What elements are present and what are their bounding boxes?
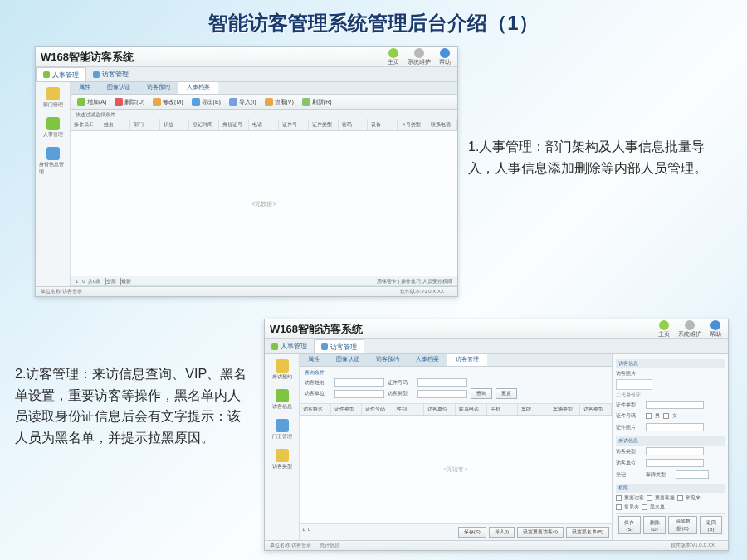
app-title: W168智能访客系统 (270, 322, 363, 337)
chk-freq-in[interactable] (677, 495, 683, 501)
subtab-resv[interactable]: 访客预约 (368, 354, 408, 366)
home-button[interactable]: 主页 (657, 320, 671, 338)
grid-body[interactable]: <无访客> (300, 416, 612, 523)
back-button-r[interactable]: 返回(B) (700, 516, 722, 534)
view-button[interactable]: 查看(V) (261, 97, 297, 107)
add-button[interactable]: 增加(A) (74, 97, 110, 107)
help-icon (710, 320, 720, 330)
tab-hr[interactable]: 人事管理 (36, 67, 86, 81)
col-dev[interactable]: 设备 (368, 119, 398, 130)
col-vid[interactable]: 证件号码 (362, 404, 393, 415)
help-button[interactable]: 帮助 (437, 48, 452, 66)
input-idno[interactable] (417, 378, 467, 387)
status-org: 单位名称·访客登录 (41, 288, 82, 295)
input-vtype[interactable] (646, 447, 704, 455)
visitor-icon (93, 71, 100, 78)
radio-male[interactable] (646, 413, 652, 419)
sidebar-item-id[interactable]: 身份信息管理 (37, 145, 68, 178)
label-cert-photo: 证件照片 (616, 424, 642, 431)
import-button[interactable]: 导入(I) (489, 527, 515, 538)
input-org[interactable] (334, 390, 384, 398)
chk-blacklist[interactable] (642, 504, 647, 510)
delete-button-r[interactable]: 删除(D) (643, 516, 666, 534)
tab-visitor[interactable]: 访客管理 (314, 339, 364, 353)
modify-button[interactable]: 修改(M) (149, 97, 187, 107)
set-blacklist-button[interactable]: 设置黑名单(B) (566, 527, 609, 538)
input-type[interactable] (417, 390, 467, 398)
refresh-button[interactable]: 刷新(R) (299, 97, 335, 107)
delete-button[interactable]: 删除(D) (111, 97, 148, 107)
sidebar-item-resv[interactable]: 来访预约 (266, 358, 297, 382)
tab-visitor[interactable]: 访客管理 (86, 67, 135, 81)
dept-icon (46, 87, 60, 100)
section-visit: 来访信息 (616, 436, 725, 446)
chk-freq-out[interactable] (616, 504, 622, 510)
col-certtype[interactable]: 证件类型 (309, 119, 339, 130)
col-car[interactable]: 车辆类型 (549, 404, 581, 415)
col-vorg[interactable]: 访客单位 (424, 404, 456, 415)
subtab-attr[interactable]: 属性 (71, 82, 99, 94)
reset-button[interactable]: 重置 (496, 388, 517, 399)
grid-header: 访客姓名 证件类型 证件号码 性别 访客单位 联系电话 手机 车牌 车辆类型 访… (300, 404, 612, 416)
chk-vipcs[interactable] (647, 495, 652, 501)
col-card[interactable]: 卡号类型 (398, 119, 427, 130)
col-tel[interactable]: 联系电话 (427, 119, 457, 130)
col-sex[interactable]: 性别 (393, 404, 425, 415)
input-name[interactable] (334, 378, 384, 387)
import-button[interactable]: 导入(I) (226, 97, 260, 107)
pager: 1 0 (302, 527, 310, 538)
save-button[interactable]: 保存(S) (458, 527, 486, 538)
col-plate[interactable]: 车牌 (518, 404, 549, 415)
home-button[interactable]: 主页 (386, 48, 401, 66)
sidebar-item-hr[interactable]: 人事管理 (37, 115, 68, 140)
grid-body[interactable]: <无数据> (71, 131, 457, 276)
empty-text: <无数据> (251, 200, 276, 208)
col-phone[interactable]: 电话 (249, 119, 279, 130)
chk-vip[interactable] (616, 495, 622, 501)
tab-hr[interactable]: 人事管理 (265, 339, 314, 353)
sidebar-item-type[interactable]: 访客类型 (266, 447, 297, 472)
grid-header: 操作员工 姓名 部门 职位 登记时间 身份证号 电话 证件号 证件类型 密码 设… (71, 119, 457, 131)
col-vcat[interactable]: 访客类型 (580, 404, 612, 415)
subtab-attr[interactable]: 属性 (300, 354, 328, 366)
sidebar-item-guard[interactable]: 门卫管理 (266, 417, 297, 442)
col-dept[interactable]: 部门 (130, 119, 160, 130)
help-button[interactable]: 帮助 (708, 320, 723, 338)
subtab-archive[interactable]: 人事档案 (408, 354, 447, 366)
col-name[interactable]: 姓名 (100, 119, 130, 130)
subtab-visitor-mgmt[interactable]: 访客管理 (447, 354, 487, 366)
system-button[interactable]: 系统维护 (406, 48, 432, 66)
col-time[interactable]: 登记时间 (189, 119, 219, 130)
col-pwd[interactable]: 密码 (339, 119, 369, 130)
col-cert[interactable]: 证件号 (279, 119, 309, 130)
col-vtype[interactable]: 证件类型 (331, 404, 363, 415)
label-idno: 证件号码 (388, 379, 414, 387)
col-staff[interactable]: 操作员工 (71, 119, 100, 130)
input-cert-type[interactable] (646, 401, 704, 409)
input-plate[interactable] (676, 470, 709, 479)
input-cert-photo[interactable] (646, 423, 704, 431)
set-vip-button[interactable]: 设置重要访客(I) (517, 527, 564, 538)
search-button[interactable]: 查询 (471, 388, 492, 399)
input-vorg[interactable] (646, 459, 704, 467)
toolbar: 增加(A) 删除(D) 修改(M) 导出(E) 导入(I) 查看(V) 刷新(R… (71, 95, 457, 110)
sidebar-item-dept[interactable]: 部门管理 (37, 85, 68, 110)
subtab-image[interactable]: 图像认证 (328, 354, 368, 366)
col-vname[interactable]: 访客姓名 (300, 404, 331, 415)
subtab-resv[interactable]: 访客预约 (139, 82, 178, 94)
save-button-r[interactable]: 保存(S) (618, 516, 641, 534)
clear-button-r[interactable]: 清除数据(C) (668, 516, 697, 534)
subtab-image[interactable]: 图像认证 (99, 82, 139, 94)
subtab-archive[interactable]: 人事档案 (178, 82, 218, 94)
col-idno[interactable]: 身份证号 (219, 119, 249, 130)
sidebar-item-visitor[interactable]: 访客信息 (266, 387, 297, 412)
radio-female[interactable] (663, 413, 669, 419)
col-mobile[interactable]: 手机 (487, 404, 519, 415)
col-vtel[interactable]: 联系电话 (456, 404, 487, 415)
export-button[interactable]: 导出(E) (188, 97, 224, 107)
photo-box[interactable] (616, 379, 652, 390)
system-button[interactable]: 系统维护 (676, 320, 703, 338)
col-pos[interactable]: 职位 (160, 119, 190, 130)
people-icon (276, 389, 289, 402)
filter-bar: 快速过滤选择条件 (71, 110, 457, 119)
